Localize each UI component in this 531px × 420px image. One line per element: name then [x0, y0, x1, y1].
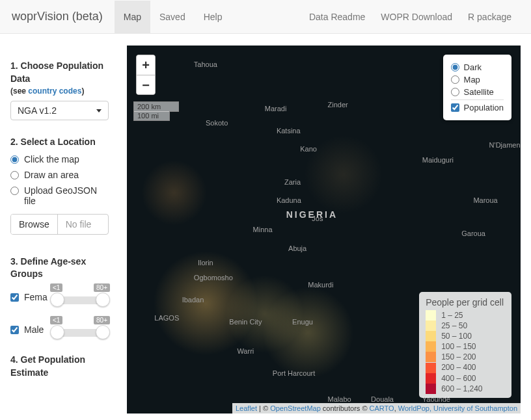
link-wopr-download[interactable]: WOPR Download	[373, 12, 460, 22]
attr-sep1: | ©	[257, 404, 270, 412]
legend-label: 600 – 1,240	[441, 384, 482, 394]
checkbox-male[interactable]	[10, 326, 19, 334]
slider-female-min-label: <1	[50, 283, 62, 292]
scale-km: 200 km	[133, 101, 179, 112]
radio-draw-area-label: Draw an area	[24, 170, 79, 180]
radio-draw-area-input[interactable]	[10, 171, 19, 179]
link-osm[interactable]: OpenStreetMap	[270, 404, 321, 412]
layers-control: Dark Map Satellite Population	[443, 55, 511, 120]
zoom-control: + −	[136, 55, 156, 95]
attribution: Leaflet | © OpenStreetMap contributors ©…	[232, 403, 521, 413]
legend: People per grid cell 1 – 2525 – 5050 – 1…	[419, 292, 511, 399]
layer-dark[interactable]: Dark	[451, 62, 504, 72]
tab-map[interactable]: Map	[115, 1, 150, 33]
layer-map-radio[interactable]	[451, 75, 459, 84]
legend-label: 400 – 600	[441, 373, 476, 384]
see-suffix: )	[81, 86, 84, 96]
chevron-down-icon	[96, 109, 102, 112]
radio-draw-area[interactable]: Draw an area	[10, 170, 109, 180]
map[interactable]: NIGERIA TahouaZinderMaradiSokotoKatsinaN…	[127, 46, 521, 413]
attr-contrib: contributors ©	[321, 404, 370, 412]
layer-population[interactable]: Population	[451, 103, 504, 112]
scale-mi: 100 mi	[133, 111, 170, 121]
legend-label: 1 – 25	[441, 310, 463, 321]
tab-help[interactable]: Help	[195, 1, 232, 33]
location-radio-group: Click the map Draw an area Upload GeoJSO…	[10, 154, 109, 206]
radio-click-map-input[interactable]	[10, 155, 19, 164]
legend-row: 50 – 100	[426, 331, 504, 341]
legend-label: 50 – 100	[441, 331, 472, 341]
see-note: (see country codes)	[10, 86, 109, 96]
slider-female-range[interactable]: <1 80+	[51, 285, 109, 309]
layer-population-label: Population	[464, 103, 504, 112]
legend-row: 100 – 150	[426, 341, 504, 352]
legend-swatch	[426, 331, 436, 341]
file-input-row: Browse No file	[10, 214, 109, 235]
navbar: woprVision (beta) Map Saved Help Data Re…	[0, 0, 531, 34]
legend-swatch	[426, 384, 436, 394]
browse-button[interactable]: Browse	[11, 215, 58, 234]
legend-label: 100 – 150	[441, 341, 476, 352]
slider-male-min-label: <1	[50, 316, 62, 324]
layer-map-label: Map	[464, 75, 480, 85]
link-leaflet[interactable]: Leaflet	[236, 404, 257, 412]
nav-right: Data Readme WOPR Download R package	[301, 12, 531, 22]
layer-satellite[interactable]: Satellite	[451, 87, 504, 97]
label-male: Male	[24, 324, 48, 335]
legend-label: 150 – 200	[441, 352, 476, 362]
step1-title: 1. Choose Population Data	[10, 60, 109, 85]
link-data-readme[interactable]: Data Readme	[301, 12, 373, 22]
layer-map[interactable]: Map	[451, 75, 504, 85]
legend-row: 600 – 1,240	[426, 384, 504, 394]
see-prefix: (see	[10, 86, 28, 96]
file-status: No file	[58, 215, 108, 234]
legend-title: People per grid cell	[426, 297, 504, 308]
layer-dark-label: Dark	[464, 62, 482, 72]
data-version-value: NGA v1.2	[18, 105, 57, 116]
layer-satellite-label: Satellite	[464, 87, 494, 97]
link-country-codes[interactable]: country codes	[28, 86, 81, 96]
legend-label: 200 – 400	[441, 362, 476, 373]
slider-male-max-label: 80+	[94, 316, 110, 324]
sidebar: 1. Choose Population Data (see country c…	[0, 34, 119, 420]
legend-swatch	[426, 310, 436, 321]
legend-row: 25 – 50	[426, 321, 504, 331]
nav-tabs: Map Saved Help	[115, 1, 232, 33]
link-carto[interactable]: CARTO	[370, 404, 394, 412]
link-r-package[interactable]: R package	[460, 12, 519, 22]
radio-click-map-label: Click the map	[24, 154, 79, 164]
slider-female-min-handle[interactable]	[50, 293, 64, 307]
tab-saved[interactable]: Saved	[150, 1, 195, 33]
label-female: Female	[24, 292, 48, 302]
radio-upload-geojson-input[interactable]	[10, 187, 19, 195]
legend-row: 150 – 200	[426, 352, 504, 362]
data-version-select[interactable]: NGA v1.2	[10, 101, 109, 120]
zoom-in-button[interactable]: +	[137, 55, 155, 75]
radio-upload-geojson-label: Upload GeoJSON file	[24, 185, 109, 206]
link-worldpop[interactable]: WorldPop, University of Southampton	[398, 404, 517, 412]
legend-row: 1 – 25	[426, 310, 504, 321]
slider-male: Male <1 80+	[10, 317, 109, 342]
zoom-out-button[interactable]: −	[137, 75, 155, 94]
legend-row: 200 – 400	[426, 362, 504, 373]
legend-swatch	[426, 341, 436, 352]
radio-upload-geojson[interactable]: Upload GeoJSON file	[10, 185, 109, 206]
layer-dark-radio[interactable]	[451, 63, 459, 72]
slider-male-max-handle[interactable]	[96, 325, 110, 339]
layer-satellite-radio[interactable]	[451, 88, 459, 96]
layer-population-checkbox[interactable]	[451, 103, 459, 112]
radio-click-map[interactable]: Click the map	[10, 154, 109, 164]
legend-swatch	[426, 373, 436, 384]
legend-swatch	[426, 352, 436, 362]
scale-control: 200 km 100 mi	[133, 101, 179, 121]
legend-label: 25 – 50	[441, 321, 467, 331]
legend-swatch	[426, 321, 436, 331]
slider-female-max-label: 80+	[94, 283, 110, 292]
slider-female-max-handle[interactable]	[96, 293, 110, 307]
checkbox-female[interactable]	[10, 293, 19, 302]
slider-male-range[interactable]: <1 80+	[51, 317, 109, 342]
slider-male-min-handle[interactable]	[50, 325, 64, 339]
main: 1. Choose Population Data (see country c…	[0, 34, 531, 420]
step4-title: 4. Get Population Estimate	[10, 354, 109, 379]
legend-swatch	[426, 363, 436, 373]
